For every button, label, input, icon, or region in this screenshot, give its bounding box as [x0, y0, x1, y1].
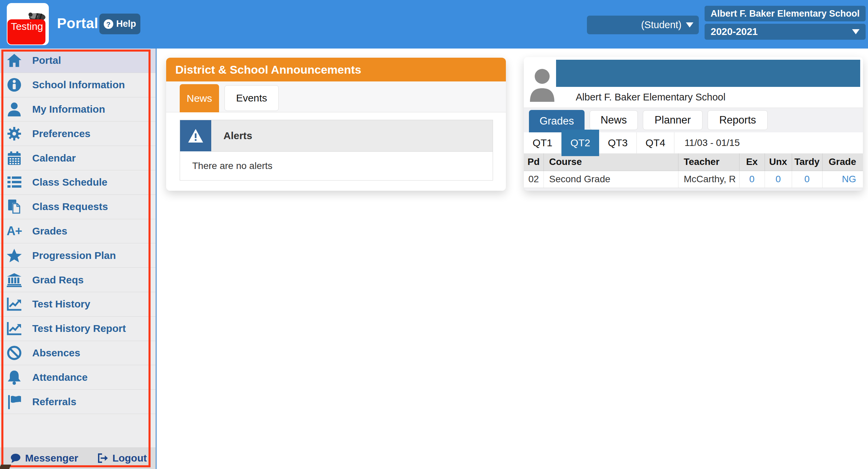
flag-icon — [6, 394, 23, 410]
col-header-unx: Unx — [765, 153, 792, 171]
logout-icon — [97, 453, 108, 463]
sidebar-item-class-schedule[interactable]: Class Schedule — [0, 170, 156, 195]
sidebar-item-test-history[interactable]: Test History — [0, 292, 156, 317]
sidebar-item-school-information[interactable]: School Information — [0, 73, 156, 97]
alerts-empty-message: There are no alerts — [180, 152, 493, 180]
a-plus-icon: A+ — [6, 223, 23, 239]
sidebar-item-attendance[interactable]: Attendance — [0, 365, 156, 390]
sidebar-item-label: Class Schedule — [32, 176, 107, 188]
tab-news-label: News — [186, 93, 212, 104]
student-card-header: Albert F. Baker Elementary School — [524, 57, 863, 108]
sidebar-item-label: Absences — [32, 347, 80, 359]
tab-grades-label: Grades — [539, 115, 574, 127]
tab-grades[interactable]: Grades — [529, 110, 585, 132]
grades-table-row: 02 Second Grade McCarthy, R 0 0 0 NG — [524, 171, 863, 188]
help-button[interactable]: ? Help — [99, 14, 140, 34]
chevron-down-icon — [852, 29, 860, 34]
school-selector[interactable]: Albert F. Baker Elementary School — [705, 6, 866, 21]
tab-news[interactable]: News — [180, 84, 219, 112]
student-card: Albert F. Baker Elementary School Grades… — [524, 57, 863, 191]
alerts-title: Alerts — [211, 120, 493, 152]
list-icon — [6, 174, 23, 190]
student-school-name: Albert F. Baker Elementary School — [576, 92, 726, 103]
announcements-card: District & School Announcements News Eve… — [166, 58, 506, 191]
logout-button[interactable]: Logout — [97, 452, 147, 464]
col-header-pd: Pd — [524, 153, 544, 171]
warning-triangle-icon — [180, 120, 211, 151]
chart-line-icon — [6, 296, 23, 312]
sidebar-item-label: Preferences — [32, 128, 91, 139]
info-circle-icon — [6, 77, 23, 93]
school-year-label: 2020-2021 — [711, 26, 758, 37]
user-icon — [6, 101, 23, 117]
page-title: Portal — [57, 0, 98, 49]
sidebar-item-label: Grades — [32, 225, 67, 237]
sidebar-item-class-requests[interactable]: Class Requests — [0, 195, 156, 219]
bank-icon — [6, 272, 23, 288]
tab-student-news[interactable]: News — [590, 110, 638, 130]
chevron-down-icon — [686, 22, 693, 27]
announcements-title: District & School Announcements — [166, 58, 506, 81]
main-content: District & School Announcements News Eve… — [158, 49, 868, 469]
sidebar-item-grades[interactable]: A+ Grades — [0, 219, 156, 244]
tab-student-news-label: News — [600, 114, 627, 126]
sidebar-item-label: Class Requests — [32, 201, 108, 212]
sidebar-item-test-history-report[interactable]: Test History Report — [0, 317, 156, 341]
quarter-selector: QT1 QT2 QT3 QT4 11/03 - 01/15 — [524, 132, 863, 153]
cell-teacher: McCarthy, R — [678, 171, 739, 188]
bell-icon — [6, 369, 23, 386]
help-button-label: Help — [116, 19, 136, 29]
tab-events[interactable]: Events — [224, 85, 279, 111]
sidebar-item-grad-reqs[interactable]: Grad Reqs — [0, 268, 156, 292]
question-circle-icon: ? — [104, 19, 113, 29]
sidebar-item-label: Test History — [32, 298, 90, 310]
announcements-tabstrip: News Events — [166, 81, 506, 112]
person-silhouette-icon — [528, 64, 556, 102]
portal-page: { "header": { "logo_text": "Testing", "a… — [0, 0, 868, 469]
tab-reports[interactable]: Reports — [708, 110, 768, 130]
cell-pd: 02 — [524, 171, 544, 188]
student-role-dropdown[interactable]: (Student) — [587, 16, 699, 34]
student-role-label: (Student) — [641, 19, 682, 31]
star-icon — [6, 247, 23, 264]
excused-absences-link[interactable]: 0 — [749, 174, 755, 184]
ban-icon — [6, 345, 23, 361]
sidebar-nav: Portal School Information My Information — [0, 49, 157, 469]
sidebar-item-label: Portal — [32, 55, 61, 66]
district-logo: Testing — [7, 3, 49, 45]
tab-events-label: Events — [236, 92, 267, 104]
sidebar-item-referrals[interactable]: Referrals — [0, 390, 156, 414]
sidebar-footer: Messenger Logout — [0, 447, 156, 469]
tab-planner-label: Planner — [655, 114, 691, 126]
chart-line-icon — [6, 320, 23, 337]
tab-qt1[interactable]: QT1 — [524, 132, 561, 153]
tab-planner[interactable]: Planner — [643, 110, 703, 130]
col-header-ex: Ex — [739, 153, 765, 171]
sidebar-item-absences[interactable]: Absences — [0, 341, 156, 365]
home-icon — [6, 52, 23, 69]
calendar-icon — [6, 150, 23, 166]
student-avatar — [528, 64, 556, 102]
tab-qt3[interactable]: QT3 — [599, 132, 637, 153]
sidebar-item-label: Calendar — [32, 152, 76, 164]
school-year-dropdown[interactable]: 2020-2021 — [705, 24, 866, 40]
sidebar-item-progression-plan[interactable]: Progression Plan — [0, 243, 156, 268]
tardy-link[interactable]: 0 — [804, 174, 810, 184]
tab-qt4[interactable]: QT4 — [637, 132, 674, 153]
sidebar-item-label: My Information — [32, 104, 105, 115]
sidebar-item-portal[interactable]: Portal — [0, 49, 156, 73]
chat-bubble-icon — [10, 453, 21, 463]
sidebar-item-label: Test History Report — [32, 323, 126, 334]
sidebar-item-label: Grad Reqs — [32, 274, 84, 286]
logo-label: Testing — [7, 19, 45, 44]
logout-label: Logout — [112, 452, 147, 464]
unexcused-absences-link[interactable]: 0 — [775, 174, 781, 184]
sidebar-item-label: Attendance — [32, 372, 87, 383]
sidebar-item-calendar[interactable]: Calendar — [0, 146, 156, 170]
background-artifact — [0, 465, 11, 469]
tab-qt2[interactable]: QT2 — [561, 130, 599, 156]
grade-link[interactable]: NG — [842, 174, 856, 184]
sidebar-item-my-information[interactable]: My Information — [0, 97, 156, 122]
sidebar-item-preferences[interactable]: Preferences — [0, 121, 156, 146]
messenger-button[interactable]: Messenger — [10, 452, 78, 464]
